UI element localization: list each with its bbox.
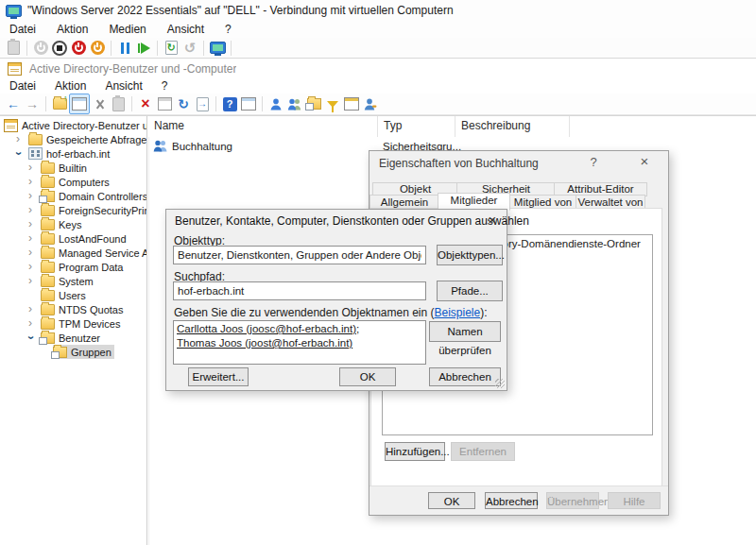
vm-menu-medien[interactable]: Medien: [109, 23, 146, 36]
tree-item-system[interactable]: System: [0, 274, 146, 288]
group-icon: [153, 140, 167, 152]
filter-icon[interactable]: [323, 94, 342, 113]
aduc-menu-hilfe[interactable]: ?: [162, 79, 168, 93]
revert-icon[interactable]: ↺: [180, 39, 199, 58]
save-icon[interactable]: [88, 39, 107, 58]
cancel-button[interactable]: Abbrechen: [485, 492, 538, 509]
new-group-icon[interactable]: [285, 94, 304, 113]
remove-member-button[interactable]: Entfernen: [451, 442, 515, 461]
properties-window-icon[interactable]: [342, 94, 361, 113]
tree-item-program-data[interactable]: Program Data: [0, 260, 146, 274]
delete-icon[interactable]: ×: [136, 94, 155, 113]
tree-item-users[interactable]: Users: [0, 288, 146, 302]
vm-menu-hilfe[interactable]: ?: [225, 23, 232, 36]
tree-item-root[interactable]: Active Directory-Benutzer und -Computer: [0, 118, 146, 132]
tree-item-label: ForeignSecurityPrincipals: [59, 205, 146, 216]
column-header-typ[interactable]: Typ: [378, 116, 455, 137]
pane-splitter[interactable]: [146, 116, 147, 545]
resize-grip[interactable]: [495, 379, 505, 388]
resume-icon[interactable]: [134, 39, 153, 58]
up-one-level-icon[interactable]: [50, 94, 69, 113]
ok-button[interactable]: OK: [428, 492, 475, 509]
show-window-icon[interactable]: [239, 94, 258, 113]
chevron-right-icon[interactable]: [28, 317, 41, 330]
tree-item-benutzer[interactable]: Benutzer: [0, 331, 146, 345]
chevron-down-icon[interactable]: [16, 147, 28, 160]
toolbar-separator: [111, 41, 112, 56]
export-list-icon[interactable]: →: [193, 94, 212, 113]
back-icon[interactable]: ←: [4, 94, 23, 113]
tree-item-gespeicherte-abfragen[interactable]: Gespeicherte Abfragen: [0, 132, 146, 146]
vm-menu-aktion[interactable]: Aktion: [57, 23, 88, 36]
tree-item-hof-erbach-int[interactable]: hof-erbach.int: [0, 146, 146, 161]
ok-button[interactable]: OK: [339, 367, 396, 386]
object-names-input[interactable]: Carllotta Joos (joosc@hof-erbach.int); T…: [173, 320, 426, 365]
ctrl-alt-del-icon[interactable]: [4, 39, 23, 58]
help-button[interactable]: Hilfe: [608, 492, 661, 509]
vm-menu-ansicht[interactable]: Ansicht: [167, 23, 204, 36]
aduc-menu-aktion[interactable]: Aktion: [55, 79, 86, 93]
advanced-button[interactable]: Erweitert...: [188, 367, 249, 386]
tree-item-domain-controllers[interactable]: Domain Controllers: [0, 189, 146, 203]
aduc-menu-ansicht[interactable]: Ansicht: [105, 79, 142, 93]
forward-icon[interactable]: →: [23, 94, 42, 113]
turn-off-icon[interactable]: [50, 39, 69, 58]
examples-link[interactable]: Beispiele: [435, 306, 481, 319]
checkpoint-icon[interactable]: ↻: [162, 39, 180, 58]
chevron-right-icon[interactable]: [28, 218, 41, 230]
chevron-right-icon[interactable]: [28, 275, 41, 287]
tree-item-label: Computers: [59, 177, 110, 188]
ou-icon: [53, 347, 67, 358]
chevron-right-icon[interactable]: [28, 247, 41, 259]
close-icon[interactable]: ×: [632, 153, 657, 170]
tree-item-foreignsecurityprincipals[interactable]: ForeignSecurityPrincipals: [0, 203, 146, 217]
start-icon[interactable]: [31, 39, 50, 58]
list-header: Name Typ Beschreibung: [148, 116, 756, 137]
chevron-right-icon[interactable]: [16, 133, 28, 145]
tree-item-ntds-quotas[interactable]: NTDS Quotas: [0, 302, 146, 316]
delegate-icon[interactable]: [361, 94, 380, 113]
vm-menu-datei[interactable]: Datei: [9, 23, 36, 36]
dialog-help-button[interactable]: ?: [583, 154, 604, 171]
properties-icon[interactable]: [155, 94, 174, 113]
add-member-button[interactable]: Hinzufügen...: [385, 442, 445, 461]
tree-item-gruppen[interactable]: Gruppen: [0, 345, 146, 359]
search-path-field[interactable]: [173, 281, 426, 300]
chevron-right-icon[interactable]: [28, 303, 41, 315]
apply-button[interactable]: Übernehmen: [546, 492, 599, 509]
tree-item-label: Builtin: [59, 162, 87, 174]
column-header-beschreibung[interactable]: Beschreibung: [455, 116, 570, 137]
aduc-menu-datei[interactable]: Datei: [9, 79, 36, 93]
object-types-button[interactable]: Objekttypen...: [437, 245, 503, 265]
shutdown-icon[interactable]: [69, 39, 88, 58]
tree-item-label: Program Data: [59, 262, 123, 273]
tree-item-tpm-devices[interactable]: TPM Devices: [0, 316, 146, 331]
chevron-right-icon[interactable]: [28, 204, 41, 216]
paths-button[interactable]: Pfade...: [437, 281, 503, 301]
cut-icon[interactable]: [90, 94, 109, 113]
column-header-name[interactable]: Name: [148, 116, 378, 137]
refresh-icon[interactable]: ↻: [174, 94, 193, 113]
tree-item-computers[interactable]: Computers: [0, 175, 146, 189]
close-icon[interactable]: ×: [482, 212, 503, 229]
chevron-right-icon[interactable]: [28, 232, 41, 245]
ou-icon: [41, 332, 55, 344]
chevron-right-icon[interactable]: [28, 261, 41, 273]
console-tree-icon[interactable]: [69, 94, 90, 114]
chevron-right-icon[interactable]: [28, 176, 41, 188]
chevron-right-icon[interactable]: [28, 162, 41, 174]
help-icon[interactable]: ?: [220, 94, 239, 113]
tree-item-managed-service-accounts[interactable]: Managed Service Accounts: [0, 246, 146, 260]
object-names-label: Geben Sie die zu verwendenden Objektname…: [174, 306, 488, 319]
new-user-icon[interactable]: [266, 94, 285, 113]
enhanced-session-icon[interactable]: [208, 39, 227, 58]
object-type-field[interactable]: [173, 246, 426, 264]
tree-item-lostandfound[interactable]: LostAndFound: [0, 231, 146, 246]
tree-item-keys[interactable]: Keys: [0, 217, 146, 231]
paste-icon[interactable]: [109, 94, 128, 113]
check-names-button[interactable]: Namen überprüfen: [429, 321, 501, 342]
new-ou-icon[interactable]: [304, 94, 323, 113]
tree-item-builtin[interactable]: Builtin: [0, 161, 146, 175]
pause-icon[interactable]: [115, 39, 134, 58]
cancel-button[interactable]: Abbrechen: [429, 367, 501, 386]
